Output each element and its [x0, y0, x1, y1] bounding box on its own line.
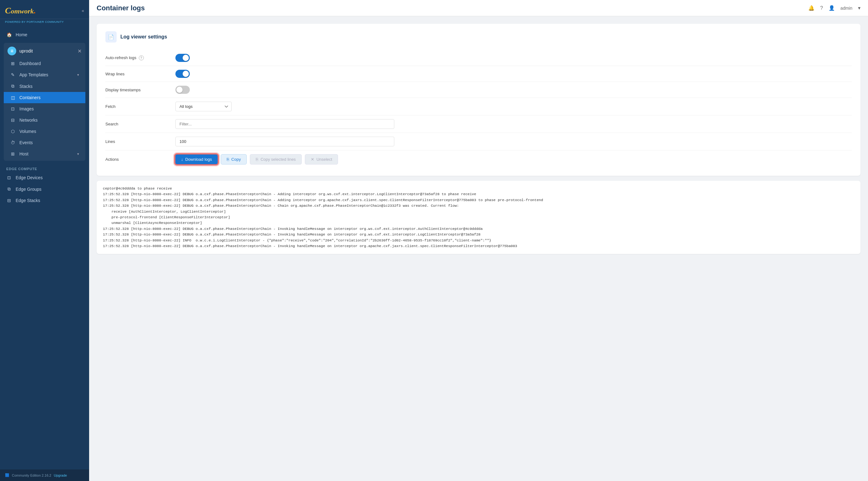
copy-label: Copy: [231, 157, 241, 162]
download-logs-label: Download logs: [185, 157, 212, 162]
sidebar-item-label: Stacks: [20, 84, 79, 89]
events-icon: ⏱: [10, 140, 16, 145]
environment-close-button[interactable]: ✕: [78, 48, 82, 54]
chevron-down-icon: ▾: [77, 152, 79, 156]
powered-by-label: POWERED BY PORTAINER COMMUNITY: [0, 19, 89, 27]
auto-refresh-info-icon[interactable]: ?: [139, 55, 144, 60]
actions-buttons: ↓ Download logs ⎘ Copy ⎘ Copy selected l…: [176, 154, 338, 164]
copy-button[interactable]: ⎘ Copy: [221, 154, 247, 164]
wrap-lines-toggle[interactable]: [176, 70, 190, 78]
sidebar-item-app-templates[interactable]: ✎ App Templates ▾: [4, 69, 85, 80]
sidebar-item-host[interactable]: ⊞ Host ▾: [4, 148, 85, 159]
search-input[interactable]: [176, 119, 394, 129]
page-title: Container logs: [97, 4, 145, 12]
download-logs-button[interactable]: ↓ Download logs: [176, 154, 218, 164]
sidebar-item-networks[interactable]: ⊟ Networks: [4, 115, 85, 126]
sidebar-item-edge-groups[interactable]: ⧉ Edge Groups: [0, 183, 89, 195]
sidebar-footer: 🟦 Community Edition 2.16.2 Upgrade: [0, 470, 89, 481]
help-icon[interactable]: ?: [820, 5, 823, 11]
sidebar-item-containers[interactable]: ◫ Containers: [4, 92, 85, 103]
containers-icon: ◫: [10, 95, 16, 100]
auto-refresh-toggle-thumb: [183, 55, 189, 61]
content-area: 📄 Log viewer settings Auto-refresh logs …: [89, 16, 868, 481]
unselect-icon: ✕: [311, 157, 314, 162]
sidebar-item-label: Edge Stacks: [16, 198, 83, 203]
environment-icon: 🖥: [7, 47, 16, 55]
log-viewer-settings-card: 📄 Log viewer settings Auto-refresh logs …: [97, 24, 861, 176]
fetch-row: Fetch All logs Last 100 lines Last 500 l…: [105, 98, 852, 115]
wrap-lines-toggle-track: [176, 70, 190, 78]
search-label: Search: [105, 122, 168, 126]
sidebar-item-images[interactable]: ⊡ Images: [4, 103, 85, 115]
lines-row: Lines: [105, 133, 852, 150]
sidebar-collapse-button[interactable]: «: [82, 8, 84, 13]
log-output: ceptor@4c9dddda to phase receive 17:25:5…: [97, 181, 861, 254]
wrap-lines-label: Wrap lines: [105, 71, 168, 76]
sidebar-item-edge-stacks[interactable]: ⊟ Edge Stacks: [0, 195, 89, 206]
wrap-lines-toggle-thumb: [183, 71, 189, 77]
portainer-logo-small: 🟦: [5, 473, 9, 477]
auto-refresh-row: Auto-refresh logs ?: [105, 50, 852, 66]
version-label: Community Edition 2.16.2: [12, 474, 51, 477]
fetch-label: Fetch: [105, 104, 168, 109]
sidebar-item-edge-devices[interactable]: ⊡ Edge Devices: [0, 172, 89, 183]
sidebar-item-label: Networks: [20, 118, 79, 123]
images-icon: ⊡: [10, 106, 16, 111]
sidebar-item-label: Dashboard: [20, 61, 79, 66]
sidebar-item-dashboard[interactable]: ⊞ Dashboard: [4, 58, 85, 69]
notification-bell-icon[interactable]: 🔔: [808, 5, 814, 11]
sidebar-item-label: Edge Devices: [16, 175, 83, 180]
sidebar-item-volumes[interactable]: ⬡ Volumes: [4, 126, 85, 137]
unselect-button[interactable]: ✕ Unselect: [305, 154, 338, 164]
display-timestamps-toggle[interactable]: [176, 86, 190, 94]
sidebar-nav: 🏠 Home 🖥 uprodit ✕ ⊞ Dashboard ✎ App Tem…: [0, 27, 89, 470]
networks-icon: ⊟: [10, 118, 16, 123]
environment-name: uprodit: [20, 49, 74, 54]
sidebar-item-label: Events: [20, 140, 79, 145]
sidebar-item-events[interactable]: ⏱ Events: [4, 137, 85, 148]
lines-label: Lines: [105, 139, 168, 144]
sidebar-item-label: App Templates: [20, 72, 73, 77]
username-label: admin: [840, 6, 852, 11]
volumes-icon: ⬡: [10, 129, 16, 134]
log-viewer-card-icon: 📄: [105, 31, 117, 42]
copy-selected-icon: ⎘: [256, 157, 258, 162]
sidebar-item-label: Volumes: [20, 129, 79, 134]
nav-home-label: Home: [16, 32, 83, 37]
dashboard-icon: ⊞: [10, 61, 16, 66]
log-viewer-settings-title: Log viewer settings: [120, 34, 167, 40]
download-icon: ↓: [181, 157, 183, 162]
copy-icon: ⎘: [227, 157, 229, 162]
topbar-right: 🔔 ? 👤 admin ▾: [808, 5, 861, 11]
auto-refresh-label: Auto-refresh logs ?: [105, 55, 168, 61]
sidebar-logo-section: Comwork. «: [0, 0, 89, 19]
card-title-row: 📄 Log viewer settings: [105, 31, 852, 42]
search-row: Search: [105, 115, 852, 133]
main-content: Container logs 🔔 ? 👤 admin ▾ 📄 Log viewe…: [89, 0, 868, 481]
user-menu-chevron-icon[interactable]: ▾: [858, 5, 861, 11]
edge-compute-section-label: Edge compute: [0, 163, 89, 172]
sidebar-item-home[interactable]: 🏠 Home: [0, 29, 89, 40]
display-timestamps-row: Display timestamps: [105, 82, 852, 98]
actions-label: Actions: [105, 157, 168, 162]
edge-devices-icon: ⊡: [6, 175, 12, 180]
auto-refresh-toggle[interactable]: [176, 54, 190, 62]
host-icon: ⊞: [10, 151, 16, 156]
copy-selected-lines-label: Copy selected lines: [260, 157, 296, 162]
sidebar-item-stacks[interactable]: ⧉ Stacks: [4, 80, 85, 92]
sidebar-item-label: Host: [20, 151, 73, 156]
lines-input[interactable]: [176, 137, 394, 146]
edge-groups-icon: ⧉: [6, 186, 12, 192]
edge-stacks-icon: ⊟: [6, 198, 12, 203]
home-icon: 🏠: [6, 32, 12, 37]
upgrade-link[interactable]: Upgrade: [54, 474, 67, 477]
display-timestamps-toggle-thumb: [176, 87, 183, 93]
environment-header: 🖥 uprodit ✕: [4, 44, 85, 58]
app-templates-icon: ✎: [10, 72, 16, 77]
sidebar-item-label: Edge Groups: [16, 187, 83, 192]
user-avatar-icon[interactable]: 👤: [829, 5, 835, 11]
display-timestamps-toggle-track: [176, 86, 190, 94]
copy-selected-lines-button[interactable]: ⎘ Copy selected lines: [250, 154, 302, 164]
fetch-select[interactable]: All logs Last 100 lines Last 500 lines L…: [176, 102, 232, 111]
logo-text: Comwork.: [5, 6, 36, 16]
